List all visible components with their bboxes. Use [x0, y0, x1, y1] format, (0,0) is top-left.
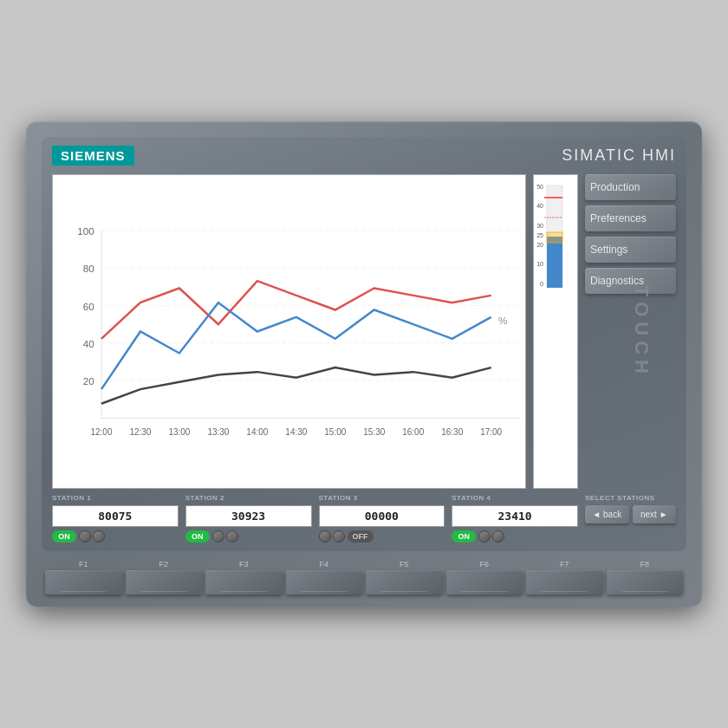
main-content: 100 80 60 40 20 12:00 12:30 13:00 13:30 … [52, 174, 676, 489]
fkey-8-block: F8 [607, 560, 684, 595]
station-3-toggle-row: OFF [319, 530, 445, 543]
fkey-2-block: F2 [126, 560, 203, 595]
hmi-device: SIEMENS SIMATIC HMI 100 [26, 121, 702, 607]
svg-text:15:00: 15:00 [324, 427, 346, 437]
station-2-knob [212, 530, 238, 543]
production-button[interactable]: Production [585, 174, 676, 200]
station-3-knob [319, 530, 345, 543]
station-2-value: 30923 [185, 505, 312, 527]
fkey-6-button[interactable] [446, 570, 523, 595]
fkey-4-button[interactable] [286, 570, 363, 595]
svg-text:60: 60 [83, 301, 94, 312]
knob-circle [79, 530, 91, 543]
station-1-block: STATION 1 80075 ON [52, 494, 179, 543]
fkey-1-button[interactable] [45, 570, 122, 595]
next-button[interactable]: next ► [633, 505, 677, 523]
fkey-5-block: F5 [366, 560, 443, 595]
svg-text:13:30: 13:30 [207, 427, 229, 437]
station-4-toggle-row: ON [452, 530, 578, 543]
fkey-7-button[interactable] [526, 570, 603, 595]
fkey-5-label: F5 [400, 560, 409, 569]
svg-text:20: 20 [83, 375, 94, 387]
siemens-logo: SIEMENS [52, 146, 134, 166]
knob-circle [478, 530, 491, 543]
svg-text:14:00: 14:00 [246, 427, 268, 437]
svg-rect-32 [547, 237, 562, 288]
fkey-3-label: F3 [239, 560, 249, 569]
fkey-4-block: F4 [286, 560, 363, 595]
fkey-8-label: F8 [640, 560, 649, 569]
select-stations-label: SELECT STATIONS [585, 494, 676, 502]
svg-text:30: 30 [536, 223, 543, 229]
chart-svg: 100 80 60 40 20 12:00 12:30 13:00 13:30 … [58, 180, 520, 483]
svg-text:16:00: 16:00 [402, 427, 424, 437]
knob-circle [226, 530, 238, 543]
header-row: SIEMENS SIMATIC HMI [52, 146, 676, 166]
preferences-button[interactable]: Preferences [585, 205, 676, 231]
fkey-4-label: F4 [319, 560, 328, 569]
gauge-svg: 50 40 30 25 20 10 0 [536, 179, 575, 300]
station-4-status[interactable]: ON [452, 530, 476, 543]
svg-text:15:30: 15:30 [363, 427, 385, 437]
station-1-toggle-row: ON [52, 530, 179, 543]
svg-text:14:30: 14:30 [285, 427, 307, 437]
gauge-panel: 50 40 30 25 20 10 0 [533, 174, 578, 489]
station-1-status[interactable]: ON [52, 530, 76, 543]
fkey-7-label: F7 [560, 560, 569, 569]
device-inner: SIEMENS SIMATIC HMI 100 [42, 137, 686, 551]
fkey-7-block: F7 [526, 560, 603, 595]
back-button[interactable]: ◄ back [585, 505, 629, 523]
svg-text:13:00: 13:00 [168, 427, 190, 437]
fkey-2-button[interactable] [126, 570, 203, 595]
station-4-block: STATION 4 23410 ON [452, 494, 578, 543]
station-4-knob [478, 530, 504, 543]
station-1-label: STATION 1 [52, 494, 179, 502]
fkey-2-label: F2 [159, 560, 168, 569]
knob-circle [212, 530, 224, 543]
svg-rect-33 [547, 232, 562, 243]
fkey-8-button[interactable] [607, 570, 684, 595]
select-stations-panel: SELECT STATIONS ◄ back next ► [585, 494, 676, 523]
station-3-label: STATION 3 [319, 494, 445, 502]
fkey-3-button[interactable] [205, 570, 283, 595]
station-1-value: 80075 [52, 505, 179, 527]
fkey-1-block: F1 [45, 560, 122, 595]
svg-text:12:00: 12:00 [90, 427, 112, 437]
simatic-title: SIMATIC HMI [562, 146, 676, 165]
fkey-3-block: F3 [205, 560, 283, 595]
station-2-toggle-row: ON [185, 530, 312, 543]
knob-circle [319, 530, 331, 543]
station-2-status[interactable]: ON [185, 530, 210, 543]
right-panel: TOUCH Production Preferences Settings Di… [585, 174, 676, 489]
svg-text:50: 50 [536, 184, 543, 190]
svg-text:40: 40 [83, 338, 94, 349]
fkey-6-block: F6 [446, 560, 523, 595]
fkey-6-label: F6 [479, 560, 489, 569]
svg-text:17:00: 17:00 [480, 427, 502, 437]
fkey-1-label: F1 [79, 560, 88, 569]
station-1-knob [79, 530, 105, 543]
settings-button[interactable]: Settings [585, 237, 676, 263]
svg-text:0: 0 [540, 281, 543, 287]
svg-text:100: 100 [77, 225, 94, 237]
fkeys-row: F1 F2 F3 F4 F5 F6 F7 F8 [42, 560, 686, 595]
fkey-5-button[interactable] [366, 570, 443, 595]
svg-text:10: 10 [536, 261, 543, 267]
knob-circle [333, 530, 345, 543]
select-buttons: ◄ back next ► [585, 505, 676, 523]
station-3-status[interactable]: OFF [348, 530, 374, 543]
svg-text:12:30: 12:30 [129, 427, 151, 437]
chart-panel: 100 80 60 40 20 12:00 12:30 13:00 13:30 … [52, 174, 526, 489]
svg-text:%: % [498, 315, 507, 326]
station-3-block: STATION 3 00000 OFF [319, 494, 445, 543]
knob-circle [492, 530, 504, 543]
svg-text:25: 25 [536, 232, 543, 238]
svg-text:40: 40 [536, 203, 543, 209]
station-4-label: STATION 4 [452, 494, 578, 502]
svg-text:16:30: 16:30 [441, 427, 463, 437]
station-row: STATION 1 80075 ON STATION 2 30923 ON [52, 494, 676, 543]
svg-text:80: 80 [83, 263, 94, 274]
station-3-value: 00000 [319, 505, 445, 527]
station-2-label: STATION 2 [185, 494, 312, 502]
knob-circle [93, 530, 105, 543]
